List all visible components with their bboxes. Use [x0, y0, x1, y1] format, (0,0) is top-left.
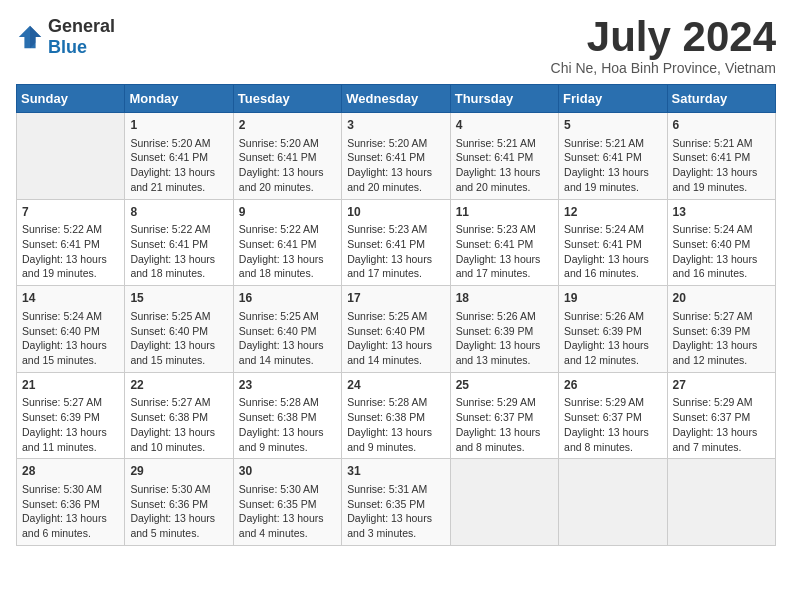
cell-line: and 8 minutes.: [456, 440, 553, 455]
cell-line: Daylight: 13 hours: [564, 425, 661, 440]
calendar-cell: 13Sunrise: 5:24 AMSunset: 6:40 PMDayligh…: [667, 199, 775, 286]
calendar-cell: 2Sunrise: 5:20 AMSunset: 6:41 PMDaylight…: [233, 113, 341, 200]
cell-line: and 9 minutes.: [347, 440, 444, 455]
cell-line: and 19 minutes.: [673, 180, 770, 195]
cell-line: Sunset: 6:38 PM: [347, 410, 444, 425]
cell-line: Sunrise: 5:23 AM: [456, 222, 553, 237]
cell-line: Sunset: 6:37 PM: [564, 410, 661, 425]
cell-line: Sunset: 6:40 PM: [130, 324, 227, 339]
day-number: 14: [22, 290, 119, 307]
calendar-week-row: 7Sunrise: 5:22 AMSunset: 6:41 PMDaylight…: [17, 199, 776, 286]
day-number: 30: [239, 463, 336, 480]
cell-line: Sunrise: 5:20 AM: [239, 136, 336, 151]
weekday-header-tuesday: Tuesday: [233, 85, 341, 113]
cell-line: and 13 minutes.: [456, 353, 553, 368]
cell-line: Daylight: 13 hours: [456, 165, 553, 180]
cell-line: and 14 minutes.: [239, 353, 336, 368]
day-number: 11: [456, 204, 553, 221]
calendar-cell: 6Sunrise: 5:21 AMSunset: 6:41 PMDaylight…: [667, 113, 775, 200]
cell-line: Sunrise: 5:29 AM: [673, 395, 770, 410]
cell-line: Sunset: 6:41 PM: [456, 237, 553, 252]
cell-line: Daylight: 13 hours: [347, 511, 444, 526]
cell-line: Sunrise: 5:26 AM: [456, 309, 553, 324]
cell-line: Sunset: 6:40 PM: [22, 324, 119, 339]
cell-line: Daylight: 13 hours: [130, 338, 227, 353]
cell-line: Sunrise: 5:23 AM: [347, 222, 444, 237]
cell-line: and 15 minutes.: [130, 353, 227, 368]
cell-line: Sunset: 6:40 PM: [347, 324, 444, 339]
cell-line: Sunrise: 5:22 AM: [130, 222, 227, 237]
calendar-cell: 27Sunrise: 5:29 AMSunset: 6:37 PMDayligh…: [667, 372, 775, 459]
weekday-header-sunday: Sunday: [17, 85, 125, 113]
cell-line: and 18 minutes.: [130, 266, 227, 281]
cell-line: Sunrise: 5:22 AM: [22, 222, 119, 237]
cell-line: and 20 minutes.: [456, 180, 553, 195]
cell-line: Sunset: 6:35 PM: [239, 497, 336, 512]
cell-line: Sunrise: 5:21 AM: [673, 136, 770, 151]
cell-line: Sunset: 6:39 PM: [564, 324, 661, 339]
cell-line: and 17 minutes.: [456, 266, 553, 281]
cell-line: Daylight: 13 hours: [347, 165, 444, 180]
cell-line: and 12 minutes.: [564, 353, 661, 368]
cell-line: Daylight: 13 hours: [130, 511, 227, 526]
cell-line: Sunrise: 5:27 AM: [130, 395, 227, 410]
calendar-week-row: 21Sunrise: 5:27 AMSunset: 6:39 PMDayligh…: [17, 372, 776, 459]
calendar-cell: 24Sunrise: 5:28 AMSunset: 6:38 PMDayligh…: [342, 372, 450, 459]
cell-line: Daylight: 13 hours: [456, 252, 553, 267]
cell-line: Sunset: 6:37 PM: [456, 410, 553, 425]
calendar-cell: 1Sunrise: 5:20 AMSunset: 6:41 PMDaylight…: [125, 113, 233, 200]
cell-line: Sunset: 6:39 PM: [22, 410, 119, 425]
cell-line: Sunrise: 5:29 AM: [456, 395, 553, 410]
cell-line: Sunset: 6:40 PM: [239, 324, 336, 339]
cell-line: Sunrise: 5:21 AM: [456, 136, 553, 151]
weekday-header-row: SundayMondayTuesdayWednesdayThursdayFrid…: [17, 85, 776, 113]
calendar-cell: 25Sunrise: 5:29 AMSunset: 6:37 PMDayligh…: [450, 372, 558, 459]
calendar-cell: 10Sunrise: 5:23 AMSunset: 6:41 PMDayligh…: [342, 199, 450, 286]
cell-line: and 11 minutes.: [22, 440, 119, 455]
cell-line: Daylight: 13 hours: [22, 511, 119, 526]
cell-line: Daylight: 13 hours: [347, 338, 444, 353]
cell-line: Sunset: 6:38 PM: [239, 410, 336, 425]
cell-line: Sunset: 6:41 PM: [564, 237, 661, 252]
logo-icon: [16, 23, 44, 51]
cell-line: and 5 minutes.: [130, 526, 227, 541]
day-number: 13: [673, 204, 770, 221]
cell-line: Sunrise: 5:24 AM: [673, 222, 770, 237]
day-number: 6: [673, 117, 770, 134]
cell-line: Sunset: 6:38 PM: [130, 410, 227, 425]
logo-blue: Blue: [48, 37, 87, 57]
day-number: 27: [673, 377, 770, 394]
day-number: 15: [130, 290, 227, 307]
cell-line: and 14 minutes.: [347, 353, 444, 368]
cell-line: Sunset: 6:41 PM: [347, 150, 444, 165]
cell-line: Sunrise: 5:29 AM: [564, 395, 661, 410]
calendar-cell: 3Sunrise: 5:20 AMSunset: 6:41 PMDaylight…: [342, 113, 450, 200]
day-number: 19: [564, 290, 661, 307]
cell-line: Sunset: 6:41 PM: [347, 237, 444, 252]
day-number: 21: [22, 377, 119, 394]
day-number: 9: [239, 204, 336, 221]
day-number: 7: [22, 204, 119, 221]
cell-line: and 17 minutes.: [347, 266, 444, 281]
calendar-cell: [667, 459, 775, 546]
calendar-cell: 15Sunrise: 5:25 AMSunset: 6:40 PMDayligh…: [125, 286, 233, 373]
cell-line: Sunset: 6:41 PM: [22, 237, 119, 252]
calendar-week-row: 28Sunrise: 5:30 AMSunset: 6:36 PMDayligh…: [17, 459, 776, 546]
cell-line: Sunset: 6:36 PM: [22, 497, 119, 512]
cell-line: Daylight: 13 hours: [130, 252, 227, 267]
calendar-cell: 20Sunrise: 5:27 AMSunset: 6:39 PMDayligh…: [667, 286, 775, 373]
cell-line: and 7 minutes.: [673, 440, 770, 455]
cell-line: Daylight: 13 hours: [239, 338, 336, 353]
cell-line: Sunrise: 5:30 AM: [239, 482, 336, 497]
cell-line: Sunrise: 5:20 AM: [130, 136, 227, 151]
weekday-header-saturday: Saturday: [667, 85, 775, 113]
cell-line: and 19 minutes.: [22, 266, 119, 281]
cell-line: Daylight: 13 hours: [22, 252, 119, 267]
calendar-cell: 30Sunrise: 5:30 AMSunset: 6:35 PMDayligh…: [233, 459, 341, 546]
cell-line: Sunset: 6:41 PM: [456, 150, 553, 165]
title-block: July 2024 Chi Ne, Hoa Binh Province, Vie…: [551, 16, 776, 76]
calendar-cell: 21Sunrise: 5:27 AMSunset: 6:39 PMDayligh…: [17, 372, 125, 459]
day-number: 20: [673, 290, 770, 307]
cell-line: and 15 minutes.: [22, 353, 119, 368]
calendar-cell: 23Sunrise: 5:28 AMSunset: 6:38 PMDayligh…: [233, 372, 341, 459]
